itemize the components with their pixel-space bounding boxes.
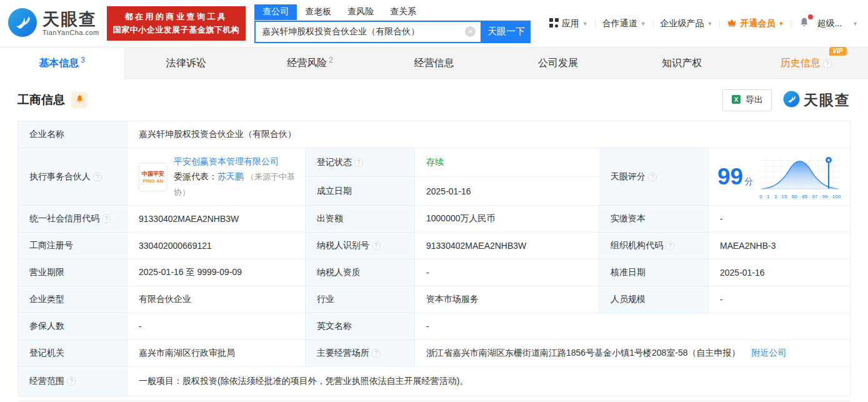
score-axis-labels: 0 1 3 15 50 85 97 99 100 [758, 194, 842, 199]
help-icon [93, 173, 102, 181]
tianyancha-swirl-icon [7, 8, 37, 39]
registration-info-table: 企业名称 嘉兴轩坤股权投资合伙企业（有限合伙） 执行事务合伙人 中国平安 PIN… [17, 121, 851, 396]
tianyancha-watermark: 天眼查 [783, 91, 851, 110]
pingan-logo: 中国平安 PING AN [139, 163, 167, 191]
export-button[interactable]: 导出 [722, 89, 772, 111]
table-row: 营业期限 2025-01-16 至 9999-09-09 纳税人资质 - 核准日… [18, 259, 850, 286]
tianyan-score-value: 99分 [709, 148, 850, 206]
apps-grid-icon [549, 18, 559, 29]
nav-super-vip[interactable]: 超级... [817, 18, 858, 29]
search-tab-relation[interactable]: 查关系 [382, 4, 424, 20]
registration-authority-value: 嘉兴市南湖区行政审批局 [127, 340, 306, 367]
score-distribution-chart: 0 1 3 15 50 85 97 99 100 [758, 154, 842, 199]
monitor-bell-button[interactable] [71, 92, 87, 108]
help-icon [372, 241, 381, 250]
field-label: 英文名称 [306, 313, 415, 340]
tab-intellectual-property[interactable]: 知识产权 [620, 48, 744, 79]
section-title: 工商信息 [17, 92, 65, 108]
partner-company-link[interactable]: 平安创赢资本管理有限公司 [174, 154, 296, 169]
search-tab-company[interactable]: 查公司 [254, 4, 297, 20]
field-label: 组织机构代码 [599, 233, 709, 259]
field-label: 纳税人资质 [306, 259, 415, 286]
main-content: 工商信息 导出 天眼查 [0, 79, 868, 401]
topbar: 天眼查 TianYanCha.com 都在用的商业查询工具 国家中小企业发展子基… [0, 0, 868, 47]
table-row: 企业类型 有限合伙企业 行业 资本市场服务 人员规模 - [18, 286, 850, 313]
chevron-down-icon [778, 21, 784, 27]
search-button[interactable]: 天眼一下 [482, 21, 531, 43]
approval-date-value: 2025-01-16 [709, 259, 850, 286]
table-row: 参保人数 - 英文名称 - [18, 313, 850, 340]
tianyancha-swirl-icon [783, 91, 800, 109]
establish-date-value: 2025-01-16 [415, 177, 599, 206]
excel-icon [731, 94, 741, 106]
field-label: 执行事务合伙人 [18, 148, 127, 206]
paid-capital-value: - [709, 206, 850, 233]
search-tab-risk[interactable]: 查风险 [339, 4, 382, 20]
notifications-bell[interactable] [798, 16, 811, 31]
table-row: 统一社会信用代码 91330402MAEA2NHB3W 出资额 1000000万… [18, 206, 850, 233]
field-label: 企业类型 [18, 286, 127, 313]
field-label: 天眼评分 [599, 148, 709, 206]
nav-enterprise-products[interactable]: 企业级产品 [661, 18, 713, 29]
field-label: 纳税人识别号 [306, 233, 415, 259]
tab-count: 3 [81, 56, 85, 64]
detail-tabs: 基本信息3 法律诉讼 经营风险2 经营信息 公司发展 知识产权 历史信息 VIP [0, 47, 868, 79]
tab-basic-info[interactable]: 基本信息3 [0, 48, 124, 79]
field-label: 经营范围 [18, 367, 127, 396]
help-icon [666, 241, 674, 250]
field-label: 行业 [306, 286, 415, 313]
delegate-name-link[interactable]: 苏天鹏 [217, 171, 244, 181]
field-label: 主要经营场所 [306, 340, 415, 367]
table-row: 成立日期 2025-01-16 [306, 177, 599, 206]
search-input[interactable] [262, 27, 465, 37]
company-type-value: 有限合伙企业 [127, 286, 306, 313]
search-type-tabs: 查公司 查老板 查风险 查关系 [254, 4, 531, 21]
business-address-value: 浙江省嘉兴市南湖区东栅街道南江路1856号基金小镇1号楼208室-58（自主申报… [415, 340, 850, 367]
promo-line2: 国家中小企业发展子基金旗下机构 [113, 24, 240, 36]
industry-value: 资本市场服务 [415, 286, 599, 313]
search-area: 查公司 查老板 查风险 查关系 天眼一下 [254, 4, 531, 43]
help-icon [648, 173, 657, 181]
field-label: 统一社会信用代码 [18, 206, 127, 233]
table-row: 执行事务合伙人 中国平安 PING AN 平安创赢资本管理有限公司 委派代表：苏… [18, 148, 850, 206]
tab-history-info[interactable]: 历史信息 VIP [744, 48, 868, 79]
search-tab-boss[interactable]: 查老板 [297, 4, 339, 20]
delegate-label: 委派代表： [174, 171, 217, 181]
brand-name: 天眼查 [42, 11, 99, 28]
help-icon [372, 349, 381, 358]
tab-count: 2 [329, 56, 333, 64]
tab-operation-risk[interactable]: 经营风险2 [248, 48, 372, 79]
staff-size-value: - [709, 286, 850, 313]
field-label: 核准日期 [599, 259, 709, 286]
vip-badge: VIP [829, 47, 847, 56]
help-icon [102, 214, 111, 223]
field-label: 营业期限 [18, 259, 127, 286]
table-row: 工商注册号 330402000669121 纳税人识别号 91330402MAE… [18, 233, 850, 259]
help-icon [67, 377, 76, 386]
nav-open-vip[interactable]: 开通会员 [727, 18, 784, 29]
table-row: 企业名称 嘉兴轩坤股权投资合伙企业（有限合伙） [18, 121, 850, 148]
nav-cooperation[interactable]: 合作通道 [602, 18, 646, 29]
tianyancha-logo[interactable]: 天眼查 TianYanCha.com [7, 8, 99, 39]
tab-company-development[interactable]: 公司发展 [496, 48, 620, 79]
insured-count-value: - [127, 313, 306, 340]
nav-apps[interactable]: 应用 [549, 18, 588, 29]
field-label: 参保人数 [18, 313, 127, 340]
registration-number-value: 330402000669121 [127, 233, 306, 259]
capital-value: 1000000万人民币 [415, 206, 599, 233]
table-row: 经营范围 一般项目：股权投资(除依法须经批准的项目外，凭营业执照依法自主开展经营… [18, 367, 850, 396]
managing-partner-value: 中国平安 PING AN 平安创赢资本管理有限公司 委派代表：苏天鹏 （来源于中… [127, 148, 306, 206]
tab-legal-proceedings[interactable]: 法律诉讼 [124, 48, 247, 79]
registration-status-value: 存续 [415, 148, 599, 177]
tab-business-info[interactable]: 经营信息 [372, 48, 496, 79]
business-scope-value: 一般项目：股权投资(除依法须经批准的项目外，凭营业执照依法自主开展经营活动)。 [127, 367, 850, 396]
clear-search-icon[interactable] [465, 26, 476, 37]
top-nav: 应用 合作通道 企业级产品 开通会员 超级... [549, 16, 868, 31]
brand-domain: TianYanCha.com [42, 29, 99, 36]
field-label: 实缴资本 [599, 206, 709, 233]
nearby-companies-link[interactable]: 附近公司 [752, 348, 787, 359]
field-label: 工商注册号 [18, 233, 127, 259]
company-name-value: 嘉兴轩坤股权投资合伙企业（有限合伙） [127, 121, 850, 148]
field-label: 登记机关 [18, 340, 127, 367]
chevron-down-icon [641, 21, 646, 27]
